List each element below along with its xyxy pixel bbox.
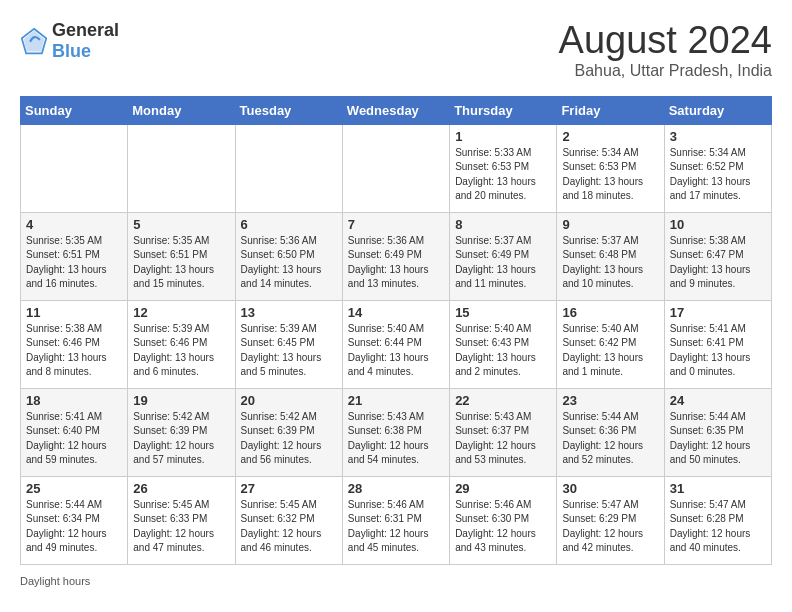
day-info: Sunrise: 5:40 AM Sunset: 6:42 PM Dayligh… xyxy=(562,322,658,380)
day-number: 21 xyxy=(348,393,444,408)
week-row-5: 25Sunrise: 5:44 AM Sunset: 6:34 PM Dayli… xyxy=(21,476,772,564)
day-number: 28 xyxy=(348,481,444,496)
week-row-3: 11Sunrise: 5:38 AM Sunset: 6:46 PM Dayli… xyxy=(21,300,772,388)
day-info: Sunrise: 5:41 AM Sunset: 6:41 PM Dayligh… xyxy=(670,322,766,380)
calendar-cell: 1Sunrise: 5:33 AM Sunset: 6:53 PM Daylig… xyxy=(450,124,557,212)
day-info: Sunrise: 5:35 AM Sunset: 6:51 PM Dayligh… xyxy=(133,234,229,292)
calendar-cell: 8Sunrise: 5:37 AM Sunset: 6:49 PM Daylig… xyxy=(450,212,557,300)
calendar-cell: 14Sunrise: 5:40 AM Sunset: 6:44 PM Dayli… xyxy=(342,300,449,388)
day-number: 2 xyxy=(562,129,658,144)
calendar-cell xyxy=(128,124,235,212)
logo: General Blue xyxy=(20,20,119,62)
day-info: Sunrise: 5:37 AM Sunset: 6:48 PM Dayligh… xyxy=(562,234,658,292)
day-header-saturday: Saturday xyxy=(664,96,771,124)
day-number: 7 xyxy=(348,217,444,232)
day-info: Sunrise: 5:34 AM Sunset: 6:52 PM Dayligh… xyxy=(670,146,766,204)
day-info: Sunrise: 5:39 AM Sunset: 6:45 PM Dayligh… xyxy=(241,322,337,380)
day-info: Sunrise: 5:42 AM Sunset: 6:39 PM Dayligh… xyxy=(133,410,229,468)
day-info: Sunrise: 5:42 AM Sunset: 6:39 PM Dayligh… xyxy=(241,410,337,468)
day-number: 13 xyxy=(241,305,337,320)
day-info: Sunrise: 5:46 AM Sunset: 6:30 PM Dayligh… xyxy=(455,498,551,556)
day-header-wednesday: Wednesday xyxy=(342,96,449,124)
calendar-cell: 25Sunrise: 5:44 AM Sunset: 6:34 PM Dayli… xyxy=(21,476,128,564)
title-area: August 2024 Bahua, Uttar Pradesh, India xyxy=(559,20,772,80)
day-info: Sunrise: 5:47 AM Sunset: 6:29 PM Dayligh… xyxy=(562,498,658,556)
calendar-cell: 7Sunrise: 5:36 AM Sunset: 6:49 PM Daylig… xyxy=(342,212,449,300)
calendar-cell: 28Sunrise: 5:46 AM Sunset: 6:31 PM Dayli… xyxy=(342,476,449,564)
calendar-cell: 30Sunrise: 5:47 AM Sunset: 6:29 PM Dayli… xyxy=(557,476,664,564)
day-number: 31 xyxy=(670,481,766,496)
location: Bahua, Uttar Pradesh, India xyxy=(559,62,772,80)
day-number: 15 xyxy=(455,305,551,320)
day-number: 29 xyxy=(455,481,551,496)
calendar-cell: 4Sunrise: 5:35 AM Sunset: 6:51 PM Daylig… xyxy=(21,212,128,300)
calendar-cell: 15Sunrise: 5:40 AM Sunset: 6:43 PM Dayli… xyxy=(450,300,557,388)
calendar-cell: 5Sunrise: 5:35 AM Sunset: 6:51 PM Daylig… xyxy=(128,212,235,300)
day-number: 1 xyxy=(455,129,551,144)
day-number: 9 xyxy=(562,217,658,232)
day-info: Sunrise: 5:47 AM Sunset: 6:28 PM Dayligh… xyxy=(670,498,766,556)
day-header-monday: Monday xyxy=(128,96,235,124)
day-number: 8 xyxy=(455,217,551,232)
calendar-cell xyxy=(235,124,342,212)
day-number: 5 xyxy=(133,217,229,232)
calendar-cell: 3Sunrise: 5:34 AM Sunset: 6:52 PM Daylig… xyxy=(664,124,771,212)
day-number: 27 xyxy=(241,481,337,496)
day-header-sunday: Sunday xyxy=(21,96,128,124)
calendar-cell xyxy=(21,124,128,212)
week-row-1: 1Sunrise: 5:33 AM Sunset: 6:53 PM Daylig… xyxy=(21,124,772,212)
day-info: Sunrise: 5:46 AM Sunset: 6:31 PM Dayligh… xyxy=(348,498,444,556)
calendar-cell: 17Sunrise: 5:41 AM Sunset: 6:41 PM Dayli… xyxy=(664,300,771,388)
day-info: Sunrise: 5:45 AM Sunset: 6:32 PM Dayligh… xyxy=(241,498,337,556)
daylight-label: Daylight hours xyxy=(20,575,90,587)
calendar-cell: 22Sunrise: 5:43 AM Sunset: 6:37 PM Dayli… xyxy=(450,388,557,476)
day-info: Sunrise: 5:44 AM Sunset: 6:36 PM Dayligh… xyxy=(562,410,658,468)
day-number: 18 xyxy=(26,393,122,408)
calendar-cell: 6Sunrise: 5:36 AM Sunset: 6:50 PM Daylig… xyxy=(235,212,342,300)
day-number: 20 xyxy=(241,393,337,408)
day-info: Sunrise: 5:44 AM Sunset: 6:35 PM Dayligh… xyxy=(670,410,766,468)
calendar-cell: 26Sunrise: 5:45 AM Sunset: 6:33 PM Dayli… xyxy=(128,476,235,564)
day-number: 22 xyxy=(455,393,551,408)
footer: Daylight hours xyxy=(20,575,772,587)
calendar-cell: 21Sunrise: 5:43 AM Sunset: 6:38 PM Dayli… xyxy=(342,388,449,476)
day-info: Sunrise: 5:39 AM Sunset: 6:46 PM Dayligh… xyxy=(133,322,229,380)
day-number: 14 xyxy=(348,305,444,320)
calendar-cell: 16Sunrise: 5:40 AM Sunset: 6:42 PM Dayli… xyxy=(557,300,664,388)
calendar-cell: 10Sunrise: 5:38 AM Sunset: 6:47 PM Dayli… xyxy=(664,212,771,300)
day-info: Sunrise: 5:41 AM Sunset: 6:40 PM Dayligh… xyxy=(26,410,122,468)
days-of-week-row: SundayMondayTuesdayWednesdayThursdayFrid… xyxy=(21,96,772,124)
calendar-cell: 31Sunrise: 5:47 AM Sunset: 6:28 PM Dayli… xyxy=(664,476,771,564)
day-number: 24 xyxy=(670,393,766,408)
calendar-header: SundayMondayTuesdayWednesdayThursdayFrid… xyxy=(21,96,772,124)
calendar-cell: 19Sunrise: 5:42 AM Sunset: 6:39 PM Dayli… xyxy=(128,388,235,476)
day-info: Sunrise: 5:40 AM Sunset: 6:44 PM Dayligh… xyxy=(348,322,444,380)
week-row-2: 4Sunrise: 5:35 AM Sunset: 6:51 PM Daylig… xyxy=(21,212,772,300)
day-info: Sunrise: 5:36 AM Sunset: 6:50 PM Dayligh… xyxy=(241,234,337,292)
day-info: Sunrise: 5:38 AM Sunset: 6:47 PM Dayligh… xyxy=(670,234,766,292)
day-info: Sunrise: 5:43 AM Sunset: 6:37 PM Dayligh… xyxy=(455,410,551,468)
day-number: 23 xyxy=(562,393,658,408)
month-year: August 2024 xyxy=(559,20,772,62)
day-info: Sunrise: 5:38 AM Sunset: 6:46 PM Dayligh… xyxy=(26,322,122,380)
page-header: General Blue August 2024 Bahua, Uttar Pr… xyxy=(20,20,772,80)
calendar-cell: 9Sunrise: 5:37 AM Sunset: 6:48 PM Daylig… xyxy=(557,212,664,300)
day-number: 16 xyxy=(562,305,658,320)
day-number: 19 xyxy=(133,393,229,408)
day-number: 6 xyxy=(241,217,337,232)
day-number: 11 xyxy=(26,305,122,320)
calendar-body: 1Sunrise: 5:33 AM Sunset: 6:53 PM Daylig… xyxy=(21,124,772,564)
week-row-4: 18Sunrise: 5:41 AM Sunset: 6:40 PM Dayli… xyxy=(21,388,772,476)
calendar-cell: 29Sunrise: 5:46 AM Sunset: 6:30 PM Dayli… xyxy=(450,476,557,564)
calendar-cell: 20Sunrise: 5:42 AM Sunset: 6:39 PM Dayli… xyxy=(235,388,342,476)
calendar-cell: 2Sunrise: 5:34 AM Sunset: 6:53 PM Daylig… xyxy=(557,124,664,212)
day-info: Sunrise: 5:40 AM Sunset: 6:43 PM Dayligh… xyxy=(455,322,551,380)
calendar-cell: 24Sunrise: 5:44 AM Sunset: 6:35 PM Dayli… xyxy=(664,388,771,476)
calendar-cell: 23Sunrise: 5:44 AM Sunset: 6:36 PM Dayli… xyxy=(557,388,664,476)
day-number: 25 xyxy=(26,481,122,496)
day-header-thursday: Thursday xyxy=(450,96,557,124)
day-number: 12 xyxy=(133,305,229,320)
day-info: Sunrise: 5:43 AM Sunset: 6:38 PM Dayligh… xyxy=(348,410,444,468)
day-info: Sunrise: 5:34 AM Sunset: 6:53 PM Dayligh… xyxy=(562,146,658,204)
day-info: Sunrise: 5:37 AM Sunset: 6:49 PM Dayligh… xyxy=(455,234,551,292)
